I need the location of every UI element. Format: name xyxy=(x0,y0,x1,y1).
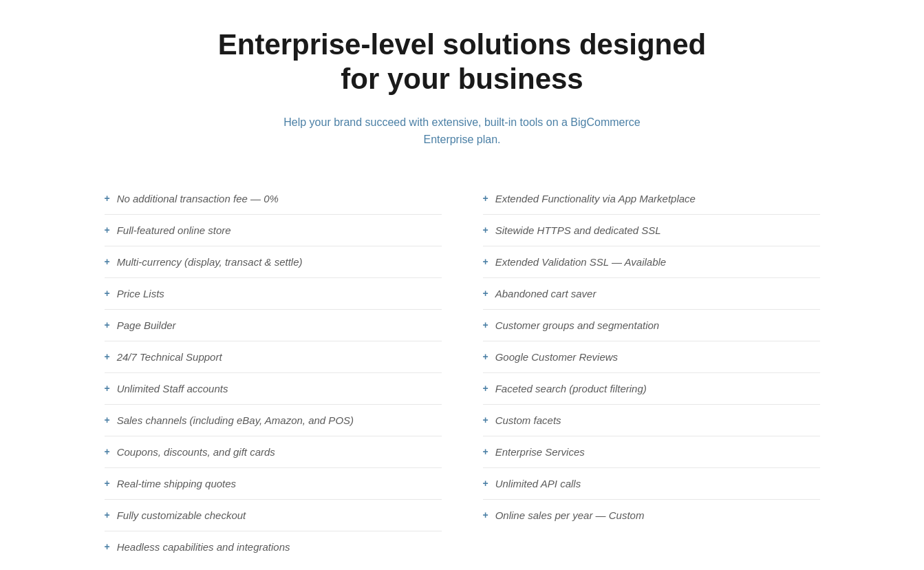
bullet-icon: + xyxy=(483,478,488,489)
feature-label: Sales channels (including eBay, Amazon, … xyxy=(117,414,354,426)
list-item: + Extended Functionality via App Marketp… xyxy=(483,183,820,215)
page-subtitle: Help your brand succeed with extensive, … xyxy=(84,114,841,149)
bullet-icon: + xyxy=(105,319,110,330)
feature-label: Abandoned cart saver xyxy=(495,288,597,299)
list-item: + Abandoned cart saver xyxy=(483,278,820,310)
list-item: + Fully customizable checkout xyxy=(105,500,442,531)
list-item: + Sales channels (including eBay, Amazon… xyxy=(105,405,442,436)
feature-label: Full-featured online store xyxy=(117,224,231,236)
page-container: Enterprise-level solutions designedfor y… xyxy=(84,28,841,562)
bullet-icon: + xyxy=(483,446,488,457)
bullet-icon: + xyxy=(483,509,488,520)
feature-label: Multi-currency (display, transact & sett… xyxy=(117,256,303,268)
feature-label: Real-time shipping quotes xyxy=(117,478,236,489)
list-item: + Headless capabilities and integrations xyxy=(105,531,442,562)
bullet-icon: + xyxy=(105,256,110,267)
bullet-icon: + xyxy=(483,288,488,299)
bullet-icon: + xyxy=(483,319,488,330)
right-feature-column: + Extended Functionality via App Marketp… xyxy=(462,183,841,562)
bullet-icon: + xyxy=(105,351,110,362)
feature-label: Unlimited Staff accounts xyxy=(117,383,228,394)
list-item: + Extended Validation SSL — Available xyxy=(483,246,820,278)
bullet-icon: + xyxy=(483,224,488,235)
list-item: + Faceted search (product filtering) xyxy=(483,373,820,405)
features-grid: + No additional transaction fee — 0% + F… xyxy=(84,183,841,562)
list-item: + Full-featured online store xyxy=(105,215,442,246)
list-item: + Enterprise Services xyxy=(483,436,820,468)
feature-label: Extended Functionality via App Marketpla… xyxy=(495,193,696,204)
feature-label: Google Customer Reviews xyxy=(495,351,618,363)
list-item: + Google Customer Reviews xyxy=(483,341,820,373)
list-item: + Price Lists xyxy=(105,278,442,310)
list-item: + Multi-currency (display, transact & se… xyxy=(105,246,442,278)
bullet-icon: + xyxy=(105,509,110,520)
list-item: + Custom facets xyxy=(483,405,820,436)
bullet-icon: + xyxy=(483,193,488,204)
bullet-icon: + xyxy=(105,383,110,394)
bullet-icon: + xyxy=(483,383,488,394)
bullet-icon: + xyxy=(483,414,488,425)
list-item: + Unlimited Staff accounts xyxy=(105,373,442,405)
feature-label: Coupons, discounts, and gift cards xyxy=(117,446,275,458)
feature-label: Headless capabilities and integrations xyxy=(117,541,290,553)
bullet-icon: + xyxy=(483,256,488,267)
list-item: + Unlimited API calls xyxy=(483,468,820,500)
bullet-icon: + xyxy=(105,414,110,425)
bullet-icon: + xyxy=(483,351,488,362)
page-heading: Enterprise-level solutions designedfor y… xyxy=(84,28,841,97)
list-item: + 24/7 Technical Support xyxy=(105,341,442,373)
feature-label: Customer groups and segmentation xyxy=(495,319,659,331)
list-item: + Sitewide HTTPS and dedicated SSL xyxy=(483,215,820,246)
list-item: + Page Builder xyxy=(105,310,442,341)
feature-label: Price Lists xyxy=(117,288,164,299)
feature-label: Online sales per year — Custom xyxy=(495,509,645,521)
feature-label: No additional transaction fee — 0% xyxy=(117,193,279,204)
feature-label: Faceted search (product filtering) xyxy=(495,383,647,394)
feature-label: Sitewide HTTPS and dedicated SSL xyxy=(495,224,661,236)
bullet-icon: + xyxy=(105,541,110,552)
bullet-icon: + xyxy=(105,446,110,457)
list-item: + No additional transaction fee — 0% xyxy=(105,183,442,215)
bullet-icon: + xyxy=(105,224,110,235)
bullet-icon: + xyxy=(105,193,110,204)
list-item: + Customer groups and segmentation xyxy=(483,310,820,341)
feature-label: Extended Validation SSL — Available xyxy=(495,256,667,268)
feature-label: 24/7 Technical Support xyxy=(117,351,222,363)
feature-label: Fully customizable checkout xyxy=(117,509,246,521)
feature-label: Page Builder xyxy=(117,319,176,331)
list-item: + Real-time shipping quotes xyxy=(105,468,442,500)
feature-label: Enterprise Services xyxy=(495,446,585,458)
list-item: + Coupons, discounts, and gift cards xyxy=(105,436,442,468)
list-item: + Online sales per year — Custom xyxy=(483,500,820,531)
bullet-icon: + xyxy=(105,478,110,489)
feature-label: Custom facets xyxy=(495,414,561,426)
left-feature-column: + No additional transaction fee — 0% + F… xyxy=(84,183,462,562)
bullet-icon: + xyxy=(105,288,110,299)
feature-label: Unlimited API calls xyxy=(495,478,581,489)
